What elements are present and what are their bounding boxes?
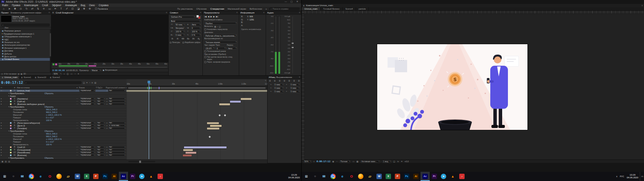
column-trkmat[interactable]: T ПдСл [96,87,106,89]
property-value[interactable]: 960,0_540,0 [46,108,57,111]
mode-dropdown[interactable]: Нормальный [79,125,95,127]
workspace-tab[interactable]: Стандартная [210,8,224,10]
home-icon[interactable]: ⌂ [1,7,7,10]
audio-toggle[interactable]: ♪ [2,90,3,91]
mode-dropdown[interactable]: Нормальный [79,103,95,105]
paragraph-field[interactable]: 0 пикс [273,87,284,90]
camera-dropdown[interactable]: Активная каме... [360,160,380,163]
taskbar-search-button[interactable]: ○ [311,172,319,181]
taskbar-app-powerpoint[interactable]: P [91,172,100,181]
region-icon[interactable]: ▭ [71,73,72,75]
parent-dropdown[interactable]: 5. Легко мас... [108,125,127,127]
property-value[interactable]: ∞ 100,0_100,0 % [46,114,62,116]
taskbar-app-premiere[interactable]: Pr [128,172,137,181]
layer-duration-bar[interactable] [210,125,222,127]
tab-project[interactable]: Проект [1,12,9,14]
mode-dropdown[interactable]: Нормальный [79,154,95,156]
parent-dropdown[interactable]: Нет [108,103,127,105]
type-style-button[interactable]: T [176,37,180,40]
taskbar-app-media-player[interactable]: ♪ [457,172,467,181]
visibility-toggle[interactable]: ● [1,152,2,153]
cache-option[interactable]: Кэшировать перед воспр. [203,28,239,31]
magenta-duration-bar[interactable] [89,65,96,66]
workspace-tab[interactable]: По умолчанию [177,8,193,10]
project-item[interactable]: ▦Интернет композиция 1 [0,46,51,49]
taskbar-app-explorer[interactable]: ▱ [64,172,73,181]
shape-tool[interactable]: ▭ [47,7,53,10]
transport-button-1[interactable]: ◀ [208,15,209,18]
mouse-option[interactable]: При щелчке мыши воспр. след. кадры [203,56,239,61]
view-dropdown[interactable]: Маски [90,69,101,72]
taskbar-app-after-effects[interactable]: Ae [119,172,128,181]
panel-menu-icon[interactable]: ≡ [299,12,300,14]
parent-dropdown[interactable]: Нет [108,154,127,156]
layer-name[interactable]: [Сайт.ai] [17,100,62,103]
language-indicator[interactable]: РУС [619,172,625,181]
close-button[interactable]: ✕ [294,0,300,3]
interpret-footage-icon[interactable]: ◳ [1,73,3,75]
layer-duration-bar[interactable] [186,152,196,154]
eraser-tool[interactable]: ◪ [76,7,81,10]
trkmat-dropdown[interactable]: Нет [96,98,105,100]
panel-menu-icon[interactable]: ≡ [49,12,50,14]
character-value[interactable]: 0 [191,27,201,30]
mode-dropdown[interactable]: Нормальный [79,90,95,92]
comp-marker[interactable] [149,87,150,89]
fullscreen-checkbox[interactable] [204,50,206,52]
group-row[interactable]: ▾ПреобразоватьСбросить [0,157,267,159]
property-row[interactable]: Опорная точка960,0_540,0 [0,133,267,135]
mode-dropdown[interactable]: Нормальный [79,98,95,100]
cache-checkbox[interactable] [204,28,206,30]
action-center-icon[interactable]: ▭ [640,172,644,181]
layer-duration-bar[interactable] [183,154,192,156]
taskbar-app-opera[interactable]: O [45,172,54,181]
character-value[interactable]: Метрики [174,27,185,30]
property-row[interactable]: Положение960,0_540,0 [0,111,267,114]
range-dropdown[interactable]: Рабочая область, расширенна... [204,34,237,37]
transport-button-3[interactable]: ▶ [213,15,215,18]
type-style-button[interactable]: T¹ [191,37,196,40]
character-value[interactable]: 100 % [174,30,185,33]
property-value[interactable]: 0 x +0,0° [46,141,54,143]
panel-menu-icon[interactable]: ≡ [237,12,238,14]
transport-button-0[interactable]: |◀ [204,15,207,18]
column-source-name[interactable]: Имя источника [17,87,62,89]
composition-viewer[interactable]: $ [305,14,644,159]
viewer-tab[interactable]: Готовый Бизнес [320,7,343,10]
parent-dropdown[interactable]: Нет [108,100,127,103]
paragraph-field[interactable]: 0 пикс [273,90,284,93]
layer-name[interactable]: Слой 13 [17,146,62,148]
layer-row[interactable]: ●♪1[uminus_final]▪ ▪Нормальный◎Нет [0,90,267,92]
timeline-tab[interactable]: ◧Umnus_main [0,76,19,79]
mode-dropdown[interactable]: Нормальный [79,149,95,151]
timeline-zoom-slider[interactable] [128,161,155,162]
trkmat-dropdown[interactable]: Нет [96,125,105,127]
layer-switches[interactable]: ▪ ▪ [62,122,79,124]
taskbar-app-excel[interactable]: X [384,172,393,181]
resolution-dropdown[interactable]: Полная [339,160,350,163]
visibility-toggle[interactable]: ● [1,98,2,100]
layer-row[interactable]: ●6[Доля 2]▪ ▪НормальныйНет◎5. Легко мас.… [0,125,267,127]
project-item[interactable]: ▸Предварительные композиции 1 [0,32,51,35]
graph-editor-icon[interactable]: ∿ [265,80,266,82]
new-folder-icon[interactable]: ▨ [18,73,20,75]
property-value[interactable]: 960,0_540,0 [46,111,57,113]
visibility-toggle[interactable]: ● [1,125,2,126]
reset-link[interactable]: Сбросить [44,106,54,108]
frame-blending-icon[interactable]: ≋ [91,81,93,84]
puppet-pin-tool[interactable]: ✜ [87,7,93,10]
dolly-camera-tool[interactable]: ⇅ [35,7,41,10]
panel-menu-icon[interactable]: ≡ [642,5,643,7]
property-value[interactable]: 960,0_540,0 [46,133,57,135]
workspace-tab[interactable]: » [266,8,267,10]
type-style-button[interactable]: T [170,37,174,40]
align-button[interactable]: ☰ [274,80,276,82]
layer-row[interactable]: ●4[Business свободные деньги]▪ ▪Нормальн… [0,103,267,106]
tab-character[interactable]: Символ [170,12,178,14]
trkmat-dropdown[interactable]: Нет [96,122,105,124]
parent-dropdown[interactable]: Нет [108,146,127,148]
mode-dropdown[interactable]: Нормальный [79,146,95,148]
fps-dropdown[interactable]: (29,97) [204,47,215,50]
pan-behind-tool[interactable]: ✛ [41,7,47,10]
type-style-button[interactable]: T₁ [197,37,201,40]
